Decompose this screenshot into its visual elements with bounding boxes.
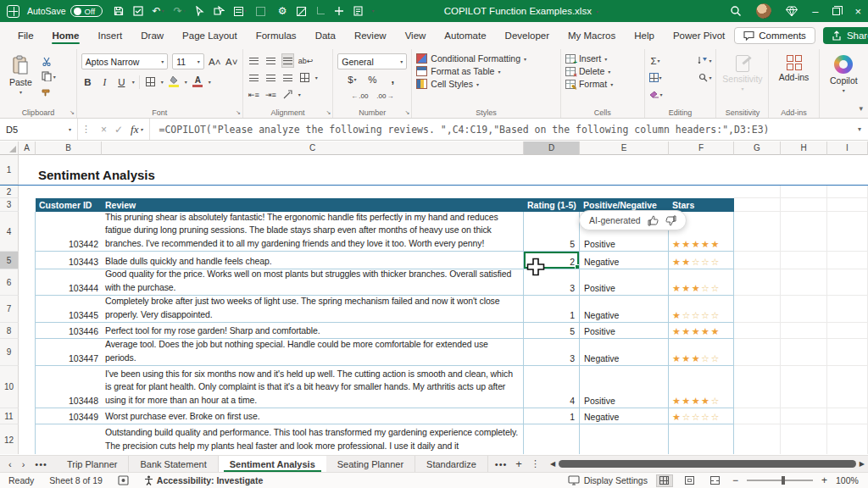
sheet-list-ellipsis-icon[interactable]: ••• [35, 459, 47, 469]
col-header-b[interactable]: B [36, 141, 102, 155]
alignment-dialog-launcher-icon[interactable]: ↘ [326, 109, 331, 116]
name-box[interactable]: D5▾ [0, 119, 78, 140]
cell-a[interactable] [19, 252, 36, 269]
cell-h[interactable] [781, 339, 827, 366]
tab-my-macros[interactable]: My Macros [559, 25, 625, 46]
customer-id-cell[interactable]: 103445 [36, 296, 102, 323]
cell-g[interactable] [734, 269, 781, 296]
cell-b2[interactable] [36, 186, 734, 198]
row-header[interactable]: 9 [0, 339, 19, 366]
font-size-select[interactable]: 11▾ [172, 53, 204, 69]
row-header[interactable]: 5 [0, 252, 19, 269]
scroll-right-icon[interactable]: ▶ [860, 460, 865, 468]
collapse-ribbon-chevron-icon[interactable]: ▾ [859, 104, 863, 113]
sentiment-cell[interactable]: Negative [580, 408, 669, 424]
autosave-switch[interactable]: Off [70, 5, 103, 17]
search-icon[interactable] [730, 5, 742, 17]
cell-i[interactable] [827, 323, 868, 339]
row-header[interactable]: 6 [0, 269, 19, 296]
cell-a[interactable] [19, 366, 36, 408]
col-header-g[interactable]: G [734, 141, 781, 155]
decrease-indent-button[interactable]: ⇤≡ [248, 87, 260, 102]
stars-cell[interactable]: ★★★☆☆ [669, 339, 734, 366]
italic-button[interactable]: I [98, 75, 111, 89]
format-painter-icon[interactable] [42, 86, 56, 97]
insert-cells-button[interactable]: +Insert▾ [565, 53, 640, 64]
col-header-i[interactable]: I [827, 141, 868, 155]
cell-h3[interactable] [781, 198, 827, 212]
table-header-customer-id[interactable]: Customer ID [36, 198, 102, 212]
fill-button[interactable]: ▾ [649, 70, 662, 85]
cell-h[interactable] [781, 296, 827, 323]
add-ins-button[interactable]: Add-ins [774, 53, 815, 84]
row-header-3[interactable]: 3 [0, 198, 19, 212]
macro-record-icon[interactable] [118, 475, 129, 485]
stars-cell[interactable]: ★☆☆☆☆ [669, 408, 734, 424]
redo-icon[interactable]: ↷▾ [174, 6, 186, 16]
row-header[interactable]: 8 [0, 323, 19, 339]
bold-button[interactable]: B [81, 75, 94, 89]
zoom-slider[interactable] [747, 480, 813, 481]
table-header-rating[interactable]: Rating (1-5) [524, 198, 580, 212]
window-title[interactable]: COPILOT Function Examples.xlsx ▾ [444, 6, 598, 16]
align-right-button[interactable] [281, 70, 294, 85]
col-header-e[interactable]: E [580, 141, 669, 155]
cell-a[interactable] [19, 212, 36, 252]
cell-a[interactable] [19, 408, 36, 424]
rating-cell[interactable]: 5 [524, 212, 580, 252]
zoom-in-button[interactable]: + [821, 474, 827, 486]
horizontal-scrollbar-thumb[interactable] [559, 460, 856, 468]
cell-a[interactable] [19, 296, 36, 323]
tab-automate[interactable]: Automate [435, 25, 495, 46]
cell-h[interactable] [781, 424, 827, 454]
document-notes-icon[interactable] [353, 6, 363, 16]
row-header[interactable]: 11 [0, 408, 19, 424]
cell-h2[interactable] [781, 186, 827, 198]
underline-chevron-icon[interactable]: ▾ [132, 79, 135, 85]
rating-cell[interactable]: 3 [524, 339, 580, 366]
cell-a2[interactable] [19, 186, 36, 198]
customer-id-cell[interactable]: 103442 [36, 212, 102, 252]
format-as-table-button[interactable]: Format as Table▾ [416, 66, 556, 76]
cell-i[interactable] [827, 252, 868, 269]
cut-icon[interactable] [42, 57, 56, 66]
customer-id-cell[interactable]: 103447 [36, 339, 102, 366]
avatar[interactable] [756, 3, 771, 19]
cell-g[interactable] [734, 323, 781, 339]
cell-i3[interactable] [827, 198, 868, 212]
sort-filter-button[interactable]: ▾ [698, 53, 711, 68]
sentiment-cell[interactable] [580, 424, 669, 454]
col-header-a[interactable]: A [19, 141, 36, 155]
grow-font-button[interactable]: A˄ [209, 54, 221, 69]
font-color-button[interactable]: A [192, 75, 204, 89]
review-cell[interactable]: Good quality for the price. Works well o… [102, 269, 524, 296]
zoom-level[interactable]: 100% [836, 475, 860, 485]
select-pointer-icon[interactable] [195, 6, 204, 16]
table-header-review[interactable]: Review [102, 198, 524, 212]
sheet-nav-prev-icon[interactable]: ‹ [8, 459, 12, 469]
align-left-button[interactable] [248, 70, 260, 85]
shrink-font-button[interactable]: A˅ [225, 54, 238, 69]
align-center-button[interactable] [264, 70, 277, 85]
cell-i2[interactable] [827, 186, 868, 198]
number-format-select[interactable]: General▾ [337, 53, 407, 69]
row-header-2[interactable]: 2 [0, 186, 19, 198]
stars-cell[interactable]: ★★☆☆☆ [669, 252, 734, 269]
underline-button[interactable]: U [115, 75, 128, 89]
cell-h[interactable] [781, 366, 827, 408]
cancel-entry-icon[interactable]: × [101, 124, 107, 136]
new-sheet-button[interactable]: + [515, 458, 522, 470]
review-cell[interactable]: Perfect tool for my rose garden! Sharp a… [102, 323, 524, 339]
customer-id-cell[interactable]: 103443 [36, 252, 102, 269]
gem-icon[interactable] [786, 6, 798, 17]
excel-app-icon[interactable] [7, 5, 19, 18]
tab-insert[interactable]: Insert [88, 25, 131, 46]
orientation-chevron-icon[interactable]: ▾ [298, 92, 301, 97]
increase-decimal-button[interactable]: ←.00 [351, 89, 368, 103]
sentiment-cell[interactable]: Negative [580, 296, 669, 323]
cell-h[interactable] [781, 252, 827, 269]
copy-picture-icon[interactable]: ▾ [256, 7, 269, 16]
cell-g[interactable] [734, 296, 781, 323]
scroll-left-icon[interactable]: ◀ [550, 460, 555, 468]
rating-cell[interactable]: 5 [524, 323, 580, 339]
